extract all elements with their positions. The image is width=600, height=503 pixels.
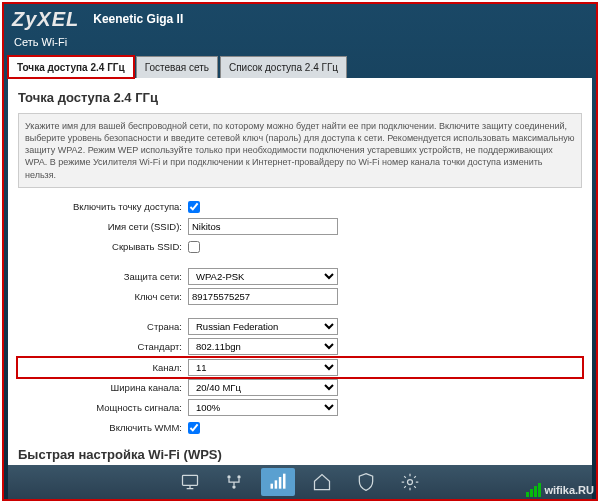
svg-point-1 [227,475,230,478]
wmm-label: Включить WMM: [18,422,188,433]
dock-home-icon[interactable] [305,468,339,496]
svg-rect-4 [271,484,274,489]
section-title: Сеть Wi-Fi [4,34,596,54]
wps-heading: Быстрая настройка Wi-Fi (WPS) [18,447,582,462]
bottom-dock [8,465,592,499]
key-label: Ключ сети: [18,291,188,302]
tab-access-list[interactable]: Список доступа 2.4 ГГц [220,56,347,78]
brand-logo: ZyXEL [12,8,79,31]
svg-point-3 [232,485,235,488]
description-box: Укажите имя для вашей беспроводной сети,… [18,113,582,188]
device-model: Keenetic Giga II [93,12,183,26]
width-label: Ширина канала: [18,382,188,393]
dock-shield-icon[interactable] [349,468,383,496]
channel-select[interactable]: 11 [188,359,338,376]
enable-ap-checkbox[interactable] [188,201,200,213]
tab-guest-network[interactable]: Гостевая сеть [136,56,218,78]
security-select[interactable]: WPA2-PSK [188,268,338,285]
security-label: Защита сети: [18,271,188,282]
standard-label: Стандарт: [18,341,188,352]
ssid-label: Имя сети (SSID): [18,221,188,232]
svg-rect-6 [279,477,282,489]
tab-access-point[interactable]: Точка доступа 2.4 ГГц [8,56,134,78]
power-label: Мощность сигнала: [18,402,188,413]
watermark-text: wifika.RU [544,484,594,496]
standard-select[interactable]: 802.11bgn [188,338,338,355]
header: ZyXEL Keenetic Giga II [4,4,596,34]
svg-rect-5 [275,480,278,488]
dock-wifi-icon[interactable] [261,468,295,496]
svg-rect-0 [183,475,198,485]
key-input[interactable] [188,288,338,305]
hide-ssid-label: Скрывать SSID: [18,241,188,252]
enable-ap-label: Включить точку доступа: [18,201,188,212]
page-heading: Точка доступа 2.4 ГГц [18,90,582,105]
dock-network-icon[interactable] [217,468,251,496]
signal-bars-icon [526,483,541,497]
dock-monitor-icon[interactable] [173,468,207,496]
hide-ssid-checkbox[interactable] [188,241,200,253]
main-panel: Точка доступа 2.4 ГГц Укажите имя для ва… [8,78,592,468]
tabs: Точка доступа 2.4 ГГц Гостевая сеть Спис… [8,56,596,78]
watermark: wifika.RU [526,483,594,497]
ssid-input[interactable] [188,218,338,235]
svg-rect-7 [283,474,286,489]
svg-point-8 [408,480,413,485]
country-label: Страна: [18,321,188,332]
channel-label: Канал: [18,362,188,373]
power-select[interactable]: 100% [188,399,338,416]
dock-settings-icon[interactable] [393,468,427,496]
country-select[interactable]: Russian Federation [188,318,338,335]
svg-point-2 [237,475,240,478]
width-select[interactable]: 20/40 МГц [188,379,338,396]
wmm-checkbox[interactable] [188,422,200,434]
